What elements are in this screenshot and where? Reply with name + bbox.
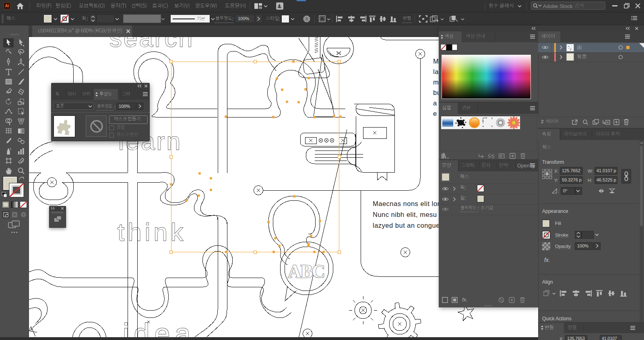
svg-text:lazyed but an congue: lazyed but an congue <box>373 222 440 229</box>
svg-text:search: search <box>109 37 194 52</box>
svg-text:Nunc nibh elit, mesu q: Nunc nibh elit, mesu q <box>373 211 443 218</box>
svg-text:M: M <box>433 58 439 65</box>
svg-text:Maecnas nons elit lon: Maecnas nons elit lon <box>373 200 441 207</box>
svg-text:m: m <box>433 78 439 86</box>
svg-text:e: e <box>433 110 437 117</box>
svg-text:idea: idea <box>123 318 195 337</box>
svg-text:la: la <box>433 68 439 75</box>
svg-text:think: think <box>118 218 186 246</box>
svg-text:ABC: ABC <box>288 261 324 282</box>
svg-text:a: a <box>433 99 437 107</box>
